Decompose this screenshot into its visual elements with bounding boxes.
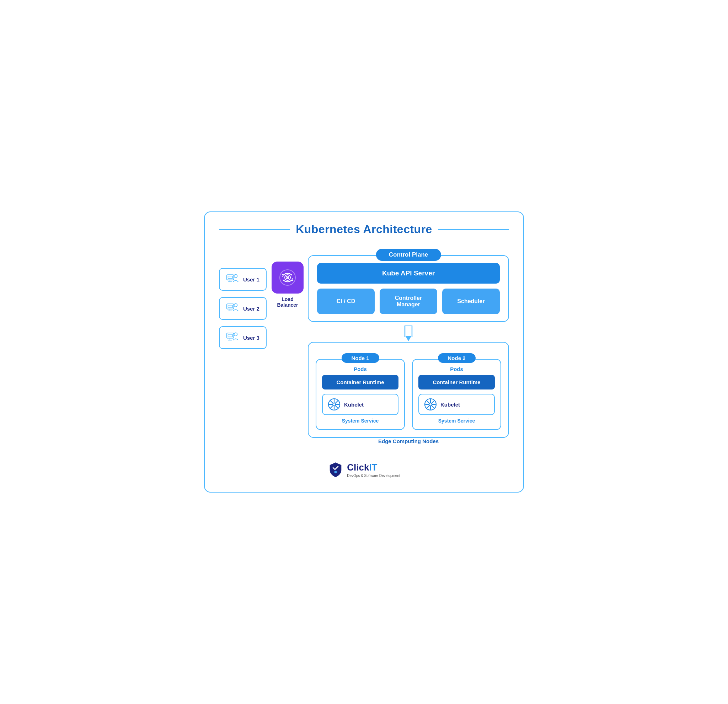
node-2-container: Node 2 Pods Container Runtime: [412, 359, 501, 430]
control-plane-container: Control Plane Kube API Server CI / CD Co…: [308, 255, 509, 322]
user-2-icon: [226, 302, 239, 316]
load-balancer-label: Load Balancer: [272, 296, 303, 308]
user-1-label: User 1: [243, 277, 260, 283]
node-2-kubelet-label: Kubelet: [441, 402, 460, 408]
left-section: User 1 User 2: [219, 247, 297, 349]
cp-to-nodes-arrow: [398, 326, 419, 341]
svg-line-31: [331, 406, 333, 408]
cicd-box: CI / CD: [317, 289, 375, 314]
node-2-container-runtime: Container Runtime: [418, 375, 495, 390]
svg-point-12: [234, 333, 237, 336]
node-2-label: Node 2: [438, 353, 475, 363]
node-1-kubelet-icon: [328, 398, 341, 411]
node-2-pods-label: Pods: [418, 366, 495, 372]
svg-line-29: [335, 406, 338, 408]
user-3-icon: [226, 330, 239, 345]
svg-point-7: [234, 303, 237, 307]
user-3-label: User 3: [243, 335, 260, 341]
control-plane-bottom-row: CI / CD Controller Manager Scheduler: [317, 289, 500, 314]
node-1-container: Node 1 Pods Container Runtime: [316, 359, 405, 430]
svg-line-30: [335, 401, 338, 403]
svg-marker-21: [406, 336, 411, 341]
diagram-wrapper: Kubernetes Architecture: [204, 211, 524, 493]
node-1-label: Node 1: [341, 353, 379, 363]
nodes-row: Node 1 Pods Container Runtime: [316, 352, 501, 430]
svg-point-17: [286, 277, 289, 278]
svg-line-39: [432, 406, 434, 408]
svg-point-42: [335, 471, 337, 473]
right-section: Control Plane Kube API Server CI / CD Co…: [308, 247, 509, 448]
user-2-label: User 2: [243, 306, 260, 312]
logo-shield-icon: [328, 462, 343, 478]
user-3-box: User 3: [219, 326, 267, 349]
edge-nodes-label: Edge Computing Nodes: [378, 438, 439, 444]
node-2-kubelet-icon: [424, 398, 437, 411]
control-plane-label: Control Plane: [376, 249, 441, 261]
load-balancer-section: Load Balancer: [272, 261, 303, 308]
user-1-box: User 1: [219, 268, 267, 291]
svg-rect-6: [228, 305, 233, 308]
svg-line-28: [331, 401, 333, 403]
scheduler-box: Scheduler: [442, 289, 500, 314]
controller-manager-box: Controller Manager: [380, 289, 437, 314]
node-2-kubelet-row: Kubelet: [418, 394, 495, 415]
user-2-box: User 2: [219, 297, 267, 320]
svg-line-38: [427, 401, 429, 403]
user-1-icon: [226, 272, 239, 286]
load-balancer-box: [272, 261, 303, 294]
logo-section: Click IT DevOps & Software Development: [219, 462, 509, 478]
svg-line-40: [432, 401, 434, 403]
node-2-system-service: System Service: [418, 418, 495, 424]
node-1-system-service: System Service: [322, 418, 399, 424]
users-column: User 1 User 2: [219, 268, 267, 349]
page-title: Kubernetes Architecture: [219, 223, 509, 236]
content-area: User 1 User 2: [219, 247, 509, 448]
kube-api-server-box: Kube API Server: [317, 263, 500, 284]
logo-sub: DevOps & Software Development: [347, 474, 400, 478]
node-1-container-runtime: Container Runtime: [322, 375, 399, 390]
node-1-pods-label: Pods: [322, 366, 399, 372]
edge-nodes-container: Node 1 Pods Container Runtime: [308, 342, 509, 438]
logo-text-block: Click IT DevOps & Software Development: [347, 462, 400, 478]
svg-point-2: [234, 274, 237, 277]
node-1-kubelet-row: Kubelet: [322, 394, 399, 415]
svg-rect-1: [228, 276, 233, 278]
logo-name-click: Click: [347, 462, 369, 473]
logo-name-it: IT: [369, 462, 377, 473]
load-balancer-icon: [278, 268, 297, 287]
node-1-kubelet-label: Kubelet: [344, 402, 364, 408]
svg-line-41: [427, 406, 429, 408]
svg-rect-11: [228, 335, 233, 337]
